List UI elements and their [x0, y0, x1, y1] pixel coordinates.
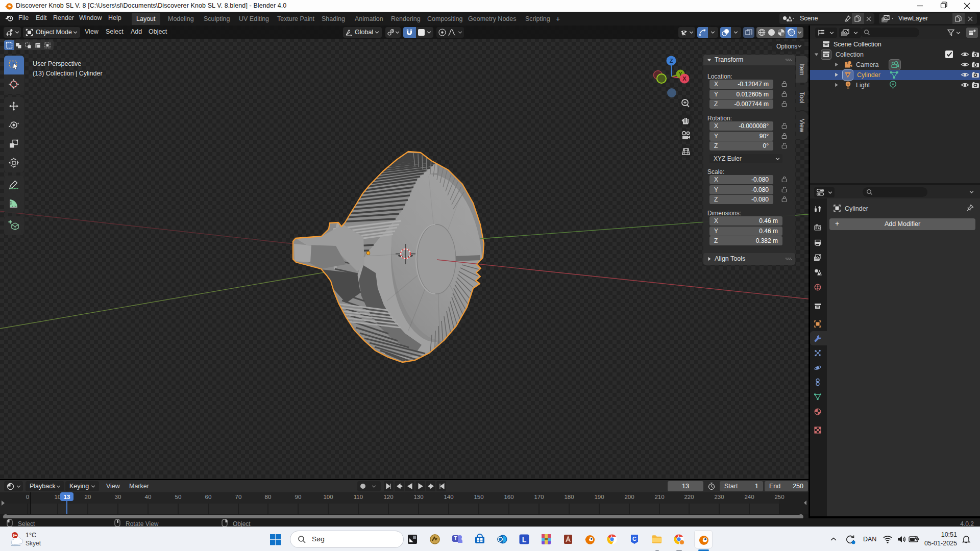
svg-text:150: 150 [474, 494, 483, 500]
svg-text:10: 10 [55, 494, 61, 500]
svg-text:L: L [522, 536, 527, 544]
svg-text:130: 130 [413, 494, 423, 500]
svg-text:20: 20 [85, 494, 91, 500]
svg-text:140: 140 [444, 494, 453, 500]
svg-text:50: 50 [175, 494, 182, 500]
svg-text:230: 230 [714, 494, 724, 500]
svg-text:180: 180 [564, 494, 574, 500]
svg-text:170: 170 [534, 494, 544, 500]
svg-text:190: 190 [594, 494, 604, 500]
svg-text:40: 40 [145, 494, 152, 500]
svg-text:200: 200 [624, 494, 634, 500]
svg-text:210: 210 [654, 494, 664, 500]
svg-text:9+: 9+ [13, 533, 17, 538]
svg-text:240: 240 [744, 494, 754, 500]
svg-text:110: 110 [354, 494, 363, 500]
svg-text:13: 13 [64, 494, 70, 500]
svg-text:250: 250 [774, 494, 784, 500]
svg-text:160: 160 [504, 494, 513, 500]
svg-text:X: X [682, 76, 687, 82]
svg-text:80: 80 [265, 494, 272, 500]
svg-text:0: 0 [26, 494, 29, 500]
svg-text:70: 70 [235, 494, 242, 500]
svg-text:60: 60 [205, 494, 212, 500]
svg-text:120: 120 [383, 494, 393, 500]
svg-text:220: 220 [684, 494, 694, 500]
svg-text:90: 90 [295, 494, 302, 500]
svg-text:30: 30 [115, 494, 121, 500]
svg-text:T: T [454, 536, 457, 541]
svg-text:C: C [632, 536, 636, 542]
svg-text:Z: Z [670, 58, 673, 64]
svg-text:100: 100 [323, 494, 333, 500]
